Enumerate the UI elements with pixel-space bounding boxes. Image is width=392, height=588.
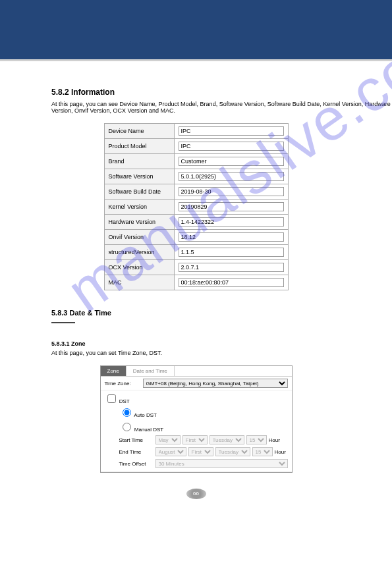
time-offset-select[interactable]: 30 Minutes (155, 459, 288, 468)
dst-checkbox-row[interactable]: DST (105, 398, 130, 404)
auto-dst-label: Auto DST (134, 412, 157, 418)
table-row: structuredVersion (104, 245, 288, 260)
device-info-table: Device NameProduct ModelBrandSoftware Ve… (104, 123, 289, 290)
info-value-input[interactable] (179, 248, 284, 257)
info-value-cell (174, 154, 288, 169)
end-week-select[interactable]: First (188, 447, 213, 456)
table-row: Product Model (104, 139, 288, 154)
start-week-select[interactable]: First (182, 435, 208, 444)
start-time-label: Start Time (119, 437, 154, 443)
start-month-select[interactable]: May (155, 435, 181, 444)
header-banner (0, 0, 392, 61)
table-row: MAC (104, 275, 288, 290)
tab-datetime[interactable]: Date and Time (126, 366, 175, 376)
info-label: MAC (104, 275, 174, 290)
info-label: Kernel Version (104, 200, 174, 215)
info-value-cell (174, 260, 288, 275)
info-label: Onvif Version (104, 230, 174, 245)
info-value-input[interactable] (179, 263, 284, 272)
section-desc-zone: At this page, you can set Time Zone, DST… (51, 350, 392, 356)
auto-dst-radio-row[interactable]: Auto DST (119, 412, 157, 418)
info-value-input[interactable] (179, 217, 284, 227)
info-value-cell (174, 215, 288, 230)
end-hour-select[interactable]: 15 (252, 447, 273, 456)
info-value-cell (174, 245, 288, 260)
info-label: Software Build Date (104, 184, 174, 200)
info-value-input[interactable] (179, 278, 284, 287)
end-month-select[interactable]: August (155, 447, 186, 456)
info-value-input[interactable] (179, 172, 284, 181)
table-row: OCX Version (104, 260, 288, 275)
section-title-information: 5.8.2 Information (51, 88, 392, 97)
tab-zone[interactable]: Zone (101, 366, 126, 376)
manual-dst-label: Manual DST (134, 427, 163, 433)
info-label: structuredVersion (104, 245, 174, 260)
start-day-select[interactable]: Tuesday (210, 435, 244, 444)
end-time-label: End Time (119, 449, 154, 455)
info-value-cell (174, 184, 288, 200)
auto-dst-radio[interactable] (123, 408, 131, 417)
info-value-cell (174, 169, 288, 184)
info-label: Software Version (104, 169, 174, 184)
table-row: Onvif Version (104, 230, 288, 245)
hour-unit-1: Hour (269, 437, 280, 443)
info-label: OCX Version (104, 260, 174, 275)
time-offset-label: Time Offset (119, 461, 154, 467)
info-value-input[interactable] (179, 126, 284, 136)
table-row: Software Build Date (104, 184, 288, 200)
info-value-cell (174, 200, 288, 215)
end-day-select[interactable]: Tuesday (215, 447, 250, 456)
table-row: Software Version (104, 169, 288, 184)
section-desc-information: At this page, you can see Device Name, P… (51, 101, 392, 114)
table-row: Device Name (104, 124, 288, 139)
dst-label: DST (119, 398, 130, 404)
info-value-cell (174, 275, 288, 290)
manual-dst-radio-row[interactable]: Manual DST (119, 427, 164, 433)
section-subtitle-zone: 5.8.3.1 Zone (51, 340, 392, 347)
info-label: Hardware Version (104, 215, 174, 230)
info-label: Product Model (104, 139, 174, 154)
info-value-input[interactable] (179, 142, 284, 151)
info-value-cell (174, 230, 288, 245)
tabs: Zone Date and Time (101, 366, 292, 377)
info-value-input[interactable] (179, 202, 284, 211)
table-row: Brand (104, 154, 288, 169)
info-label: Device Name (104, 124, 174, 139)
manual-dst-radio[interactable] (123, 423, 131, 431)
info-value-cell (174, 124, 288, 139)
info-value-input[interactable] (179, 187, 284, 196)
underline (51, 322, 75, 323)
start-hour-select[interactable]: 15 (246, 435, 267, 444)
table-row: Kernel Version (104, 200, 288, 215)
info-value-input[interactable] (179, 232, 284, 242)
table-row: Hardware Version (104, 215, 288, 230)
page-number: 66 (186, 489, 206, 499)
timezone-label: Time Zone: (105, 381, 143, 387)
info-label: Brand (104, 154, 174, 169)
dst-checkbox[interactable] (107, 394, 116, 403)
info-value-input[interactable] (179, 157, 284, 166)
section-title-datetime: 5.8.3 Date & Time (51, 309, 392, 319)
info-value-cell (174, 139, 288, 154)
hour-unit-2: Hour (275, 449, 286, 455)
timezone-select[interactable]: GMT+08 (Beijing, Hong Kong, Shanghai, Ta… (143, 379, 288, 388)
time-zone-panel: Zone Date and Time Time Zone: GMT+08 (Be… (100, 365, 293, 473)
